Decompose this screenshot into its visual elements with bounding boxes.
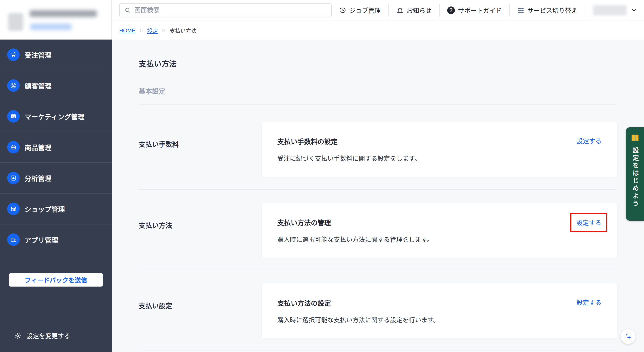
section-heading: 基本設定 [139,86,617,96]
sidebar-item-label: 顧客管理 [24,81,52,90]
notifications-label: お知らせ [407,6,432,15]
configure-link-highlighted[interactable]: 設定する [576,219,601,226]
send-feedback-button[interactable]: フィードバックを送信 [9,273,103,287]
search-input[interactable] [134,7,326,14]
card-title: 支払い方法の管理 [277,217,602,227]
sidebar-item-label: 分析管理 [24,173,52,183]
card-description: 受注に紐づく支払い手数料に関する設定をします。 [277,154,602,163]
sidebar: 受注管理 顧客管理 Ad マーケティング管理 商品管理 分析管理 [0,39,112,352]
search-icon [124,7,131,13]
ad-badge-icon: Ad [7,110,20,123]
breadcrumb-current: 支払い方法 [170,26,196,34]
header-actions: ジョブ管理 お知らせ ? サポートガイド サービス切り替え [332,0,644,21]
breadcrumb-settings-link[interactable]: 設定 [147,26,158,34]
chevron-down-icon [630,7,637,14]
card-title: 支払い方法の設定 [277,298,602,308]
support-guide-label: サポートガイド [458,6,502,15]
payment-method-card: 支払い方法の管理 購入時に選択可能な支払い方法に関する管理をします。 設定する [262,203,617,258]
row-label: 支払い方法 [139,203,262,258]
breadcrumb-home-link[interactable]: HOME [119,27,135,34]
service-switch-label: サービス切り替え [527,6,577,15]
sidebar-item-customers[interactable]: 顧客管理 [0,70,112,101]
company-name-redacted [30,10,97,17]
sidebar-item-label: マーケティング管理 [24,111,84,121]
sparkle-icon [624,332,632,341]
briefcase-icon [7,141,20,154]
account-name-redacted [593,5,626,15]
company-pane [0,0,112,39]
service-switch-button[interactable]: サービス切り替え [510,4,585,16]
sidebar-item-label: 商品管理 [24,142,52,152]
sidebar-item-marketing[interactable]: Ad マーケティング管理 [0,101,112,132]
breadcrumb-separator: > [162,28,165,33]
job-management-label: ジョブ管理 [350,6,381,15]
card-title: 支払い手数料の設定 [277,136,602,146]
sidebar-menu: 受注管理 顧客管理 Ad マーケティング管理 商品管理 分析管理 [0,39,112,255]
job-management-button[interactable]: ジョブ管理 [332,4,388,16]
change-settings-label: 設定を変更する [26,331,70,340]
account-menu[interactable] [586,5,644,15]
bell-icon [396,7,404,14]
open-book-icon [630,133,640,143]
card-description: 購入時に選択可能な支払い方法に関する設定を行います。 [277,315,602,324]
sidebar-item-products[interactable]: 商品管理 [0,132,112,163]
sidebar-item-label: ショップ管理 [24,204,65,214]
setup-guide-label: 設定をはじめよう [630,147,640,208]
settings-row-payment-settings: 支払い設定 支払い方法の設定 購入時に選択可能な支払い方法に関する設定を行います… [139,270,617,350]
setup-guide-banner[interactable]: 設定をはじめよう [626,127,644,221]
sidebar-item-shop[interactable]: ショップ管理 [0,194,112,224]
card-description: 購入時に選択可能な支払い方法に関する管理をします。 [277,235,602,244]
history-icon [339,7,346,14]
assistant-fab[interactable] [621,329,636,344]
payment-fee-card: 支払い手数料の設定 受注に紐づく支払い手数料に関する設定をします。 設定する [262,122,617,177]
top-header: ジョブ管理 お知らせ ? サポートガイド サービス切り替え [112,0,644,21]
devices-icon [7,233,20,246]
sidebar-item-label: 受注管理 [24,50,52,60]
payment-settings-card: 支払い方法の設定 購入時に選択可能な支払い方法に関する設定を行います。 設定する [262,283,617,338]
settings-row-payment-fee: 支払い手数料 支払い手数料の設定 受注に紐づく支払い手数料に関する設定をします。… [139,105,617,189]
sidebar-item-apps[interactable]: アプリ管理 [0,224,112,255]
row-divider [139,350,617,351]
notifications-button[interactable]: お知らせ [389,4,439,16]
screen-search [119,3,332,17]
sidebar-item-analytics[interactable]: 分析管理 [0,163,112,194]
cart-plus-icon [7,48,20,61]
page-title: 支払い方法 [139,58,617,69]
storefront-icon [7,202,20,215]
bar-chart-icon [7,172,20,184]
grid-icon [518,7,524,14]
company-logo [8,13,23,31]
row-label: 支払い手数料 [139,122,262,177]
support-guide-button[interactable]: ? サポートガイド [440,4,510,16]
main-content: 支払い方法 基本設定 支払い手数料 支払い手数料の設定 受注に紐づく支払い手数料… [112,39,644,352]
change-settings-link[interactable]: 設定を変更する [0,319,112,352]
person-circle-icon [7,79,20,92]
breadcrumb: HOME > 設定 > 支払い方法 [112,21,644,39]
sidebar-item-orders[interactable]: 受注管理 [0,39,112,70]
configure-link[interactable]: 設定する [576,298,602,307]
svg-text:Ad: Ad [12,115,16,118]
row-label: 支払い設定 [139,283,262,338]
sidebar-item-label: アプリ管理 [24,235,58,245]
settings-row-payment-method: 支払い方法 支払い方法の管理 購入時に選択可能な支払い方法に関する管理をします。… [139,190,617,270]
breadcrumb-separator: > [140,28,143,33]
configure-link[interactable]: 設定する [576,136,602,145]
question-circle-icon: ? [447,6,455,14]
gear-icon [14,332,22,340]
company-link-redacted [30,24,72,30]
highlight-annotation-box: 設定する [570,213,607,232]
